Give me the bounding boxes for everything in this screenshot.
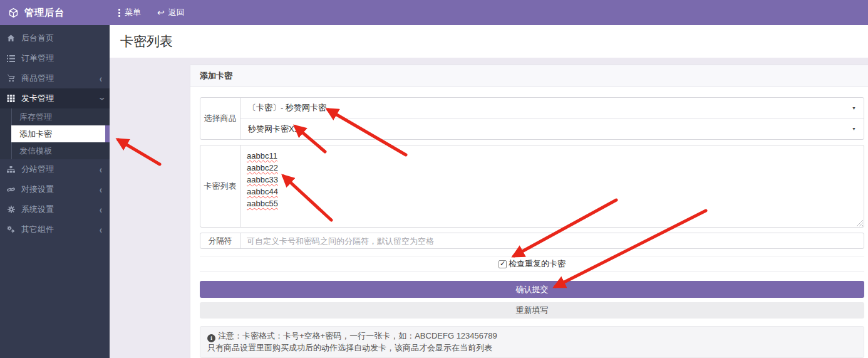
sidebar-item-api-settings[interactable]: 对接设置 ‹ — [0, 179, 110, 199]
select-caret-icon: ▼ — [852, 106, 856, 110]
brand-title: 管理后台 — [24, 7, 65, 19]
content-area: 添加卡密 选择商品 〔卡密〕- 秒赞网卡密 ▼ 秒赞网卡密X1 ▼ — [110, 58, 868, 358]
card-list-label: 卡密列表 — [200, 145, 240, 227]
note-line-1: 注意：卡密格式：卡号+空格+密码，一行一张卡，如：ABCDEFG 1234567… — [218, 331, 497, 340]
separator-label: 分隔符 — [200, 233, 240, 248]
admin-screen: 管理后台 菜单 ↩ 返回 后台首页 订单管理 商品管理 ‹ — [0, 0, 868, 358]
sidebar-item-label: 分站管理 — [21, 164, 100, 175]
chevron-left-icon: ‹ — [100, 72, 102, 85]
product-value: 秒赞网卡密X1 — [248, 124, 852, 135]
chevron-left-icon: ‹ — [100, 223, 102, 236]
menu-toggle-label: 菜单 — [125, 7, 141, 18]
sidebar-item-label: 系统设置 — [21, 204, 100, 215]
product-category-select[interactable]: 〔卡密〕- 秒赞网卡密 ▼ — [240, 98, 864, 118]
back-button[interactable]: ↩ 返回 — [157, 7, 185, 18]
page-title: 卡密列表 — [120, 33, 173, 50]
sidebar-item-system-settings[interactable]: 系统设置 ‹ — [0, 199, 110, 219]
note-line-2: 只有商品设置里面购买成功后的动作选择自动发卡，该商品才会显示在当前列表 — [207, 342, 857, 354]
sidebar-item-products[interactable]: 商品管理 ‹ — [0, 68, 110, 88]
sidebar-subitem-mail-template[interactable]: 发信模板 — [11, 142, 110, 159]
sidebar-item-label: 后台首页 — [21, 33, 102, 44]
sitemap-icon — [6, 166, 16, 174]
sidebar-subitem-label: 添加卡密 — [19, 129, 52, 140]
panel-title: 添加卡密 — [190, 65, 868, 87]
back-icon: ↩ — [157, 8, 165, 17]
menu-toggle[interactable]: 菜单 — [118, 7, 141, 18]
product-select-group: 选择商品 〔卡密〕- 秒赞网卡密 ▼ 秒赞网卡密X1 ▼ — [200, 97, 864, 140]
sidebar-item-subsites[interactable]: 分站管理 ‹ — [0, 159, 110, 179]
info-icon: i — [207, 334, 215, 342]
brand[interactable]: 管理后台 — [0, 0, 110, 25]
card-code: aabbc22 — [247, 163, 278, 172]
chevron-left-icon: ‹ — [100, 163, 102, 176]
top-header: 管理后台 菜单 ↩ 返回 — [0, 0, 868, 25]
select-caret-icon: ▼ — [852, 127, 856, 131]
separator-input[interactable] — [240, 233, 864, 248]
sidebar-item-label: 其它组件 — [21, 224, 100, 235]
sidebar-item-other-components[interactable]: 其它组件 ‹ — [0, 219, 110, 240]
sidebar-item-label: 商品管理 — [21, 73, 100, 84]
link-icon — [6, 186, 16, 194]
check-duplicates-checkbox[interactable]: ✓ — [499, 260, 507, 268]
sidebar-item-label: 对接设置 — [21, 184, 100, 195]
gear-icon — [6, 206, 16, 214]
menu-icon — [118, 8, 121, 18]
reset-button[interactable]: 重新填写 — [200, 302, 864, 319]
sidebar-submenu: 库存管理 添加卡密 发信模板 — [0, 108, 110, 159]
back-button-label: 返回 — [168, 7, 185, 18]
card-code: aabbc44 — [247, 187, 278, 196]
divider — [200, 271, 864, 272]
chevron-left-icon: ‹ — [100, 203, 102, 216]
note-box: i注意：卡密格式：卡号+空格+密码，一行一张卡，如：ABCDEFG 123456… — [200, 326, 864, 358]
home-icon — [6, 34, 16, 43]
card-code: aabbc11 — [247, 151, 277, 161]
submit-button[interactable]: 确认提交 — [200, 281, 864, 298]
sidebar-subitem-inventory[interactable]: 库存管理 — [11, 108, 110, 125]
card-code: aabbc55 — [247, 199, 278, 208]
check-duplicates-label[interactable]: 检查重复的卡密 — [509, 258, 566, 270]
sidebar-item-home[interactable]: 后台首页 — [0, 28, 110, 48]
sidebar-item-label: 发卡管理 — [21, 93, 100, 104]
product-select[interactable]: 秒赞网卡密X1 ▼ — [240, 118, 864, 139]
sidebar: 后台首页 订单管理 商品管理 ‹ 发卡管理 ‹ 库存管理 添加卡密 发信模板 — [0, 25, 110, 358]
sidebar-subitem-add-card[interactable]: 添加卡密 — [11, 125, 110, 142]
product-category-value: 〔卡密〕- 秒赞网卡密 — [248, 102, 852, 113]
sidebar-item-label: 订单管理 — [21, 53, 102, 64]
card-code: aabbc33 — [247, 175, 278, 184]
cart-icon — [6, 75, 16, 83]
cube-icon — [8, 8, 19, 18]
card-list-group: 卡密列表 aabbc11 aabbc22 aabbc33 aabbc44 aab… — [200, 145, 864, 228]
check-icon: ✓ — [500, 260, 505, 267]
chevron-down-icon: ‹ — [95, 97, 107, 100]
resize-grip[interactable] — [856, 219, 863, 226]
sidebar-subitem-label: 发信模板 — [19, 145, 52, 157]
chevron-left-icon: ‹ — [100, 183, 102, 196]
add-card-panel: 添加卡密 选择商品 〔卡密〕- 秒赞网卡密 ▼ 秒赞网卡密X1 ▼ — [190, 65, 868, 358]
sidebar-item-orders[interactable]: 订单管理 — [0, 48, 110, 68]
page-header-bar: 卡密列表 — [110, 25, 868, 58]
card-list-textarea[interactable]: aabbc11 aabbc22 aabbc33 aabbc44 aabbc55 — [240, 145, 864, 227]
grid-icon — [6, 95, 16, 103]
list-icon — [6, 55, 16, 63]
sidebar-subitem-label: 库存管理 — [19, 112, 52, 123]
product-select-label: 选择商品 — [200, 98, 240, 139]
gears-icon — [6, 226, 16, 234]
separator-group: 分隔符 — [200, 233, 864, 249]
sidebar-item-card-management[interactable]: 发卡管理 ‹ — [0, 88, 110, 108]
